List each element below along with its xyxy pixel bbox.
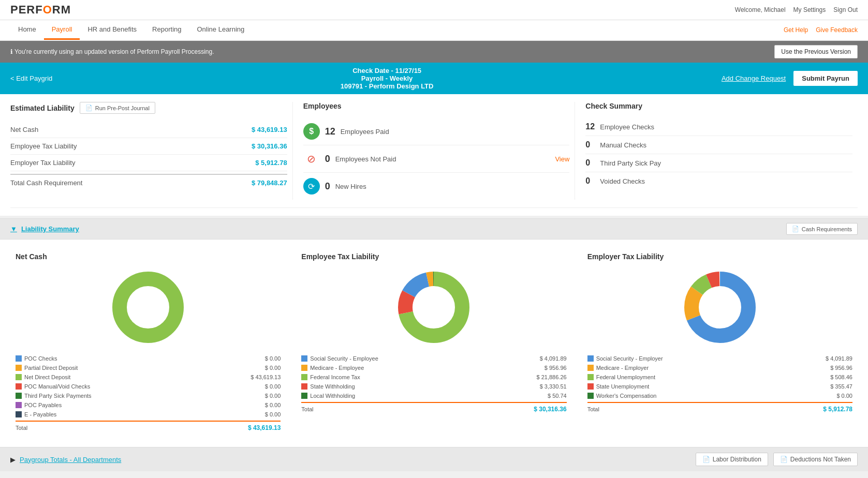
poc-manual-color (16, 383, 22, 390)
legend-local-withholding: Local Withholding $ 50.74 (301, 391, 566, 400)
net-cash-chart-title: Net Cash (16, 252, 281, 261)
medicare-employee-color (301, 365, 307, 371)
nav-hr[interactable]: HR and Benefits (80, 20, 144, 40)
third-party-sick-row: 0 Third Party Sick Pay (585, 154, 852, 172)
doc-icon3: 📄 (702, 456, 710, 463)
doc-icon2: 📄 (792, 226, 799, 232)
employees-not-paid-icon: ⊘ (303, 151, 320, 167)
nav-payroll[interactable]: Payroll (44, 20, 80, 40)
my-settings-link[interactable]: My Settings (793, 6, 826, 13)
employees-paid-icon: $ (303, 123, 320, 140)
doc-icon4: 📄 (780, 456, 788, 463)
check-summary-title: Check Summary (585, 102, 852, 110)
liability-summary-title: Liability Summary (21, 225, 79, 233)
footer-buttons: 📄 Labor Distribution 📄 Deductions Not Ta… (696, 453, 858, 466)
legend-medicare-employer: Medicare - Employer $ 956.96 (587, 363, 852, 372)
charts-section: Net Cash POC Checks $ 0.00 Partial Dir (0, 240, 868, 447)
workers-comp-color (587, 393, 594, 399)
check-date: Check Date - 11/27/15 (341, 67, 434, 74)
nav-bar: Home Payroll HR and Benefits Reporting O… (0, 20, 868, 41)
liability-section: ▼ Liability Summary 📄 Cash Requirements … (0, 218, 868, 447)
legend-ss-employer: Social Security - Employer $ 4,091.89 (587, 354, 852, 363)
partial-direct-color (16, 365, 22, 371)
legend-poc-payables: POC Payables $ 0.00 (16, 400, 281, 410)
svg-point-13 (704, 292, 735, 323)
employer-tax-chart: Employer Tax Liability (582, 247, 858, 439)
legend-third-party: Third Party Sick Payments $ 0.00 (16, 391, 281, 400)
summary-grid: Estimated Liability 📄 Run Pre-Post Journ… (10, 102, 858, 208)
liability-header[interactable]: ▼ Liability Summary 📄 Cash Requirements (0, 219, 868, 240)
employees-not-paid-row: ⊘ 0 Employees Not Paid View (303, 145, 570, 173)
employee-checks-row: 12 Employee Checks (585, 118, 852, 136)
payroll-type: Payroll - Weekly (341, 74, 434, 82)
collapse-icon: ▼ (10, 225, 17, 233)
federal-income-color (301, 374, 307, 380)
voided-checks-row: 0 Voided Checks (585, 172, 852, 190)
legend-medicare-employee: Medicare - Employee $ 956.96 (301, 363, 566, 372)
medicare-employer-color (587, 365, 594, 371)
net-cash-chart: Net Cash POC Checks $ 0.00 Partial Dir (10, 247, 286, 439)
estimated-liability-title: Estimated Liability 📄 Run Pre-Post Journ… (10, 102, 287, 114)
employer-tax-total: Total $ 5,912.78 (587, 402, 852, 415)
poc-checks-color (16, 355, 22, 362)
paygroup-footer: ▶ Paygroup Totals - All Departments 📄 La… (0, 447, 868, 471)
nav-learning[interactable]: Online Learning (189, 20, 252, 40)
legend-state-unemployment: State Unemployment $ 355.47 (587, 382, 852, 391)
labor-distribution-button[interactable]: 📄 Labor Distribution (696, 453, 768, 466)
sign-out-link[interactable]: Sign Out (833, 6, 858, 13)
previous-version-button[interactable]: Use the Previous Version (774, 45, 858, 58)
company-name: 109791 - Perform Design LTD (341, 82, 434, 90)
nav-help-links: Get Help Give Feedback (784, 26, 858, 34)
get-help-link[interactable]: Get Help (784, 26, 808, 34)
employer-tax-donut (587, 266, 852, 349)
logo: PERFORM (10, 3, 71, 17)
info-banner: ℹ You're currently using an updated vers… (0, 41, 868, 63)
employee-tax-chart: Employee Tax Liability (296, 247, 571, 439)
add-change-request-link[interactable]: Add Change Request (722, 74, 786, 82)
poc-payables-color (16, 402, 22, 408)
give-feedback-link[interactable]: Give Feedback (816, 26, 858, 34)
nav-reporting[interactable]: Reporting (144, 20, 189, 40)
edit-paygrid-link[interactable]: < Edit Paygrid (10, 74, 52, 82)
net-cash-donut (16, 266, 281, 349)
legend-federal-unemployment: Federal Unemployment $ 508.46 (587, 372, 852, 382)
estimated-liability-col: Estimated Liability 📄 Run Pre-Post Journ… (10, 102, 293, 200)
new-hires-row: ⟳ 0 New Hires (303, 173, 570, 200)
employee-tax-total: Total $ 30,316.36 (301, 402, 566, 415)
nav-home[interactable]: Home (10, 20, 44, 40)
view-not-paid-link[interactable]: View (555, 155, 569, 163)
local-withholding-color (301, 393, 307, 399)
net-cash-row: Net Cash $ 43,619.13 (10, 122, 287, 138)
legend-ss-employee: Social Security - Employee $ 4,091.89 (301, 354, 566, 363)
employees-paid-row: $ 12 Employees Paid (303, 118, 570, 145)
doc-icon: 📄 (85, 104, 93, 111)
e-payables-color (16, 411, 22, 417)
submit-payrun-button[interactable]: Submit Payrun (793, 71, 858, 86)
employee-tax-chart-title: Employee Tax Liability (301, 252, 566, 261)
banner-message: ℹ You're currently using an updated vers… (10, 48, 214, 55)
cash-requirements-button[interactable]: 📄 Cash Requirements (786, 223, 858, 235)
state-unemployment-color (587, 383, 594, 390)
top-header: PERFORM Welcome, Michael My Settings Sig… (0, 0, 868, 20)
employee-tax-legend: Social Security - Employee $ 4,091.89 Me… (301, 354, 566, 415)
employees-title: Employees (303, 102, 570, 110)
employee-tax-row: Employee Tax Liability $ 30,316.36 (10, 138, 287, 155)
paygroup-footer-left: ▶ Paygroup Totals - All Departments (10, 456, 121, 464)
deductions-not-taken-button[interactable]: 📄 Deductions Not Taken (773, 453, 858, 466)
top-right-links: Welcome, Michael My Settings Sign Out (735, 6, 858, 13)
total-cash-row: Total Cash Requirement $ 79,848.27 (10, 174, 287, 191)
net-cash-total: Total $ 43,619.13 (16, 421, 281, 434)
employer-tax-legend: Social Security - Employer $ 4,091.89 Me… (587, 354, 852, 415)
paygroup-totals-title[interactable]: Paygroup Totals - All Departments (20, 456, 121, 464)
run-pre-post-journal-button[interactable]: 📄 Run Pre-Post Journal (80, 102, 155, 114)
legend-net-direct: Net Direct Deposit $ 43,619.13 (16, 372, 281, 382)
liability-header-left: ▼ Liability Summary (10, 225, 79, 233)
ss-employer-color (587, 355, 594, 362)
check-summary-col: Check Summary 12 Employee Checks 0 Manua… (575, 102, 858, 200)
legend-poc-manual: POC Manual/Void Checks $ 0.00 (16, 382, 281, 391)
payroll-right-actions: Add Change Request Submit Payrun (722, 71, 858, 86)
federal-unemployment-color (587, 374, 594, 380)
legend-e-payables: E - Payables $ 0.00 (16, 410, 281, 419)
net-direct-color (16, 374, 22, 380)
manual-checks-row: 0 Manual Checks (585, 136, 852, 154)
